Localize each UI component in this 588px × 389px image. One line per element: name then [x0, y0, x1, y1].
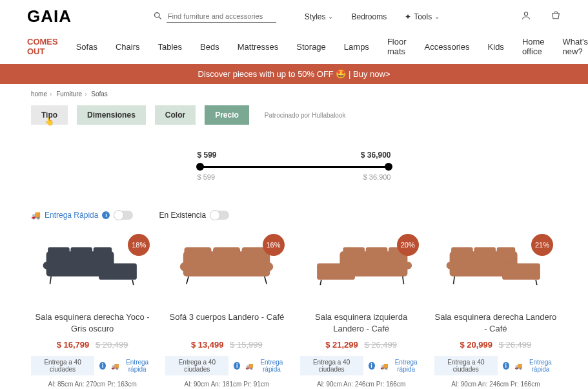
info-icon[interactable]: i — [234, 362, 240, 370]
fast-ship-label: 🚚Entrega rápida — [111, 359, 154, 373]
fast-ship-label: 🚚Entrega rápida — [514, 359, 557, 373]
promo-text: Discover pieces with up to 50% OFF — [198, 69, 334, 79]
fast-delivery-label[interactable]: Entrega Rápida — [45, 211, 98, 220]
nav-mattresses[interactable]: Mattresses — [238, 42, 279, 52]
nav-floor-mats[interactable]: Floor mats — [387, 37, 407, 56]
product-dimensions: Al: 90cm An: 246cm Pr: 166cm — [434, 381, 557, 388]
tools-dropdown[interactable]: ✦Tools⌄ — [405, 12, 440, 21]
account-icon[interactable] — [521, 10, 531, 23]
buy-now-link[interactable]: Buy now> — [353, 69, 390, 79]
truck-icon: 🚚 — [245, 363, 253, 370]
slider-min: $ 599 — [198, 151, 217, 160]
delivery-pill: Entrega a 40 ciudades — [31, 356, 94, 375]
nav-storage[interactable]: Storage — [296, 42, 326, 52]
product-card[interactable]: 18% Sala esquinera derecha Yoco - Gris o… — [31, 234, 154, 388]
svg-point-0 — [154, 12, 159, 17]
logo[interactable]: GAIA — [27, 6, 72, 26]
toggle-row: 🚚 Entrega Rápida i En Existencia — [0, 185, 588, 229]
svg-point-15 — [180, 262, 188, 271]
top-header: GAIA Styles⌄ Bedrooms ✦Tools⌄ — [0, 0, 588, 33]
filter-bar: Tipo👆 Dimensiones Color Precio Patrocina… — [0, 101, 588, 127]
product-price: $ 13,499 $ 15,999 — [165, 340, 288, 350]
delivery-pill: Entrega a 40 ciudades — [300, 356, 363, 375]
emoji-icon: 🤩 — [336, 69, 349, 79]
crumb-sofas: Sofas — [91, 90, 108, 98]
crumb-home[interactable]: home — [31, 90, 47, 98]
promo-banner: Discover pieces with up to 50% OFF 🤩 | B… — [0, 64, 588, 84]
search-input[interactable] — [167, 10, 276, 23]
svg-line-25 — [320, 280, 321, 285]
nav-comes-out[interactable]: COMES OUT — [27, 37, 58, 56]
discount-badge: 18% — [128, 234, 150, 256]
filter-color[interactable]: Color — [155, 105, 196, 125]
filter-precio[interactable]: Precio — [205, 105, 249, 125]
delivery-pill: Entrega a 40 ciudades — [165, 356, 228, 375]
chevron-down-icon: ⌄ — [328, 13, 333, 20]
truck-icon: 🚚 — [380, 363, 388, 370]
cursor-icon: 👆 — [45, 117, 54, 126]
truck-icon: 🚚 — [514, 363, 522, 370]
filter-dimensiones[interactable]: Dimensiones — [77, 105, 146, 125]
slider-handle-max[interactable] — [385, 163, 392, 171]
nav-chairs[interactable]: Chairs — [116, 42, 140, 52]
svg-rect-21 — [343, 247, 365, 262]
sparkle-icon: ✦ — [405, 12, 411, 21]
svg-rect-7 — [94, 247, 112, 262]
slider-range-max: $ 36,900 — [363, 173, 391, 181]
nav-accessories[interactable]: Accessories — [425, 42, 470, 52]
svg-rect-31 — [497, 247, 516, 262]
svg-point-8 — [43, 262, 51, 269]
discount-badge: 21% — [531, 234, 553, 256]
delivery-pill: Entrega a 40 ciudades — [434, 356, 498, 375]
svg-line-18 — [265, 277, 267, 284]
svg-rect-30 — [474, 247, 496, 262]
crumb-furniture[interactable]: Furniture — [56, 90, 82, 98]
info-icon[interactable]: i — [99, 362, 106, 370]
info-icon[interactable]: i — [102, 211, 110, 219]
product-card[interactable]: 20% Sala esquinera izquierda Landero - C… — [300, 234, 423, 388]
cart-icon[interactable] — [551, 10, 561, 23]
current-price: $ 21,299 — [325, 340, 358, 350]
product-name: Sala esquinera derecha Yoco - Gris oscur… — [31, 311, 154, 335]
product-name: Sofá 3 cuerpos Landero - Café — [165, 311, 288, 335]
product-name: Sala esquinera derecha Landero - Café — [434, 311, 557, 335]
old-price: $ 26,499 — [364, 340, 397, 350]
bedrooms-link[interactable]: Bedrooms — [351, 12, 387, 21]
main-nav: COMES OUT Sofas Chairs Tables Beds Mattr… — [0, 33, 588, 64]
nav-sofas[interactable]: Sofas — [76, 42, 97, 52]
fast-delivery-toggle[interactable] — [114, 211, 133, 220]
nav-whats-new[interactable]: What's new? — [563, 37, 588, 56]
product-dimensions: Al: 85cm An: 270cm Pr: 163cm — [31, 381, 154, 388]
old-price: $ 20,499 — [96, 340, 128, 350]
svg-rect-13 — [213, 247, 240, 264]
bedrooms-label: Bedrooms — [351, 12, 387, 21]
search-icon[interactable] — [153, 11, 163, 23]
filter-tipo[interactable]: Tipo👆 — [31, 105, 68, 125]
product-dimensions: Al: 90cm An: 181cm Pr: 91cm — [165, 381, 288, 388]
info-icon[interactable]: i — [503, 362, 509, 370]
product-card[interactable]: 21% Sala esquinera derecha Landero - Caf… — [434, 234, 557, 388]
nav-tables[interactable]: Tables — [158, 42, 183, 52]
fast-ship-label: 🚚Entrega rápida — [245, 359, 288, 373]
styles-dropdown[interactable]: Styles⌄ — [305, 12, 334, 21]
tools-label: Tools — [414, 12, 432, 21]
product-card[interactable]: 16% Sofá 3 cuerpos Landero - Café $ 13,4… — [165, 234, 288, 388]
in-stock-toggle-row: En Existencia — [159, 211, 229, 220]
slider-max: $ 36,900 — [361, 151, 391, 160]
slider-track[interactable] — [198, 166, 391, 168]
nav-home-office[interactable]: Home office — [522, 37, 545, 56]
discount-badge: 16% — [263, 234, 285, 256]
product-meta: Entrega a 40 ciudades i 🚚Entrega rápida — [300, 356, 423, 375]
nav-beds[interactable]: Beds — [200, 42, 219, 52]
svg-line-26 — [402, 277, 403, 284]
nav-kids[interactable]: Kids — [488, 42, 504, 52]
info-icon[interactable]: i — [369, 362, 375, 370]
product-name: Sala esquinera izquierda Landero - Café — [300, 311, 423, 335]
nav-lamps[interactable]: Lamps — [344, 42, 369, 52]
fast-delivery-toggle-row: 🚚 Entrega Rápida i — [31, 211, 133, 220]
product-meta: Entrega a 40 ciudades i 🚚Entrega rápida — [434, 356, 557, 375]
current-price: $ 13,499 — [191, 340, 224, 350]
in-stock-toggle[interactable] — [210, 211, 229, 220]
slider-handle-min[interactable] — [196, 163, 204, 171]
breadcrumb: home› Furniture› Sofas — [0, 84, 588, 101]
